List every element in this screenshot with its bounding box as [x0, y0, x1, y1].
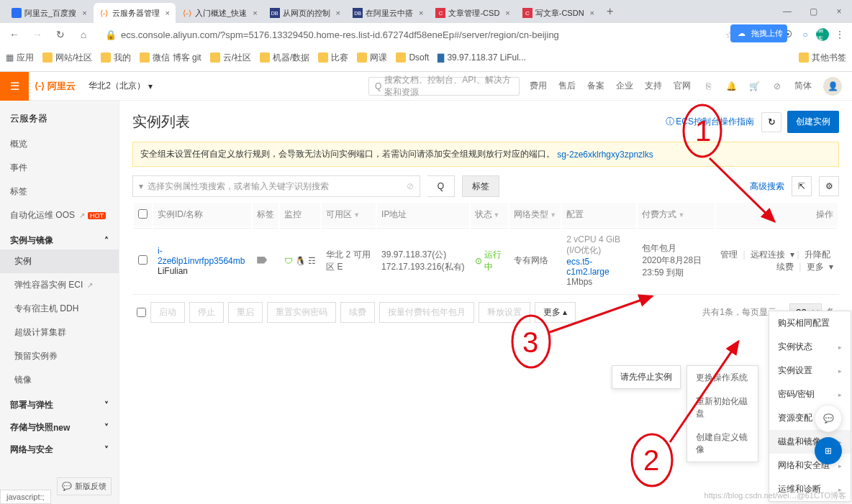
aliyun-logo[interactable]: ⟨-⟩阿里云	[29, 80, 81, 93]
cell-monitor[interactable]: 🛡🐧☶	[280, 228, 320, 293]
bookmark-item[interactable]: Dsoft	[396, 52, 429, 63]
instance-type-link[interactable]: ecs.t5-c1m2.large	[566, 257, 609, 277]
bookmark-item[interactable]: 网站/社区	[42, 52, 92, 64]
action-remote-connect[interactable]: 远程连接	[751, 249, 785, 261]
batch-select-checkbox[interactable]	[137, 308, 146, 317]
browser-tab[interactable]: C 写文章-CSDN ×	[517, 3, 600, 23]
nav-section-deploy[interactable]: 部署与弹性˅	[0, 392, 119, 414]
batch-more[interactable]: 更多 ▴	[535, 302, 576, 323]
feedback-button[interactable]: 💬新版反馈	[57, 477, 112, 495]
row-checkbox-cell[interactable]	[134, 228, 152, 293]
float-chat-button[interactable]: 💬	[815, 405, 842, 432]
language-selector[interactable]: 简体	[794, 80, 812, 92]
bookmark-other[interactable]: 其他书签	[799, 52, 846, 64]
nav-overview[interactable]: 概览	[0, 132, 119, 156]
nav-reserved[interactable]: 预留实例券	[0, 344, 119, 368]
action-renew[interactable]: 续费	[776, 261, 794, 273]
search-button[interactable]: Q	[427, 175, 455, 197]
col-zone[interactable]: 可用区▼	[322, 203, 376, 226]
link-enterprise[interactable]: 企业	[616, 80, 633, 92]
link-website[interactable]: 官网	[674, 80, 691, 92]
nav-section-storage[interactable]: 存储与快照new˅	[0, 414, 119, 436]
bookmarks-apps[interactable]: ▦应用	[6, 52, 34, 64]
help-icon[interactable]: ⊘	[771, 81, 783, 92]
dd-pwd-key[interactable]: 密码/密钥▸	[769, 382, 851, 406]
close-icon[interactable]: ×	[82, 9, 86, 17]
bookmark-item[interactable]: 云/社区	[210, 52, 251, 64]
row-checkbox[interactable]	[138, 255, 148, 265]
browser-tab[interactable]: C 文章管理-CSD ×	[430, 3, 515, 23]
new-tab-button[interactable]: +	[601, 5, 619, 18]
nav-section-network[interactable]: 网络与安全˅	[0, 436, 119, 459]
region-selector[interactable]: 华北2（北京）▾	[81, 80, 160, 92]
refresh-button[interactable]: ↻	[52, 29, 69, 40]
browser-tab[interactable]: DB 从网页的控制 ×	[264, 3, 346, 23]
home-button[interactable]: ⌂	[75, 29, 92, 40]
nav-section-instances[interactable]: 实例与镜像˄	[0, 227, 119, 249]
advanced-search-link[interactable]: 高级搜索	[750, 180, 784, 193]
dd-buy-same[interactable]: 购买相同配置	[769, 311, 851, 335]
forward-button[interactable]: →	[29, 29, 46, 40]
refresh-button[interactable]: ↻	[761, 112, 781, 132]
link-icp[interactable]: 备案	[587, 80, 604, 92]
upload-badge[interactable]: ☁ 拖拽上传	[730, 24, 787, 42]
close-icon[interactable]: ×	[419, 9, 423, 17]
bookmark-item[interactable]: 比赛	[318, 52, 348, 64]
select-all-checkbox[interactable]	[138, 209, 148, 219]
create-instance-button[interactable]: 创建实例	[787, 111, 839, 133]
checkbox-col[interactable]	[134, 203, 152, 226]
notification-icon[interactable]: 🔔	[725, 81, 737, 92]
col-net[interactable]: 网络类型▼	[509, 203, 561, 226]
nav-ddh[interactable]: 专有宿主机 DDH	[0, 297, 119, 321]
window-maximize-icon[interactable]: ▢	[800, 1, 826, 22]
nav-tags[interactable]: 标签	[0, 180, 119, 203]
operation-guide-link[interactable]: ⓘECS控制台操作指南	[666, 116, 754, 128]
ext-icon[interactable]: ○	[799, 28, 812, 41]
dd-create-image[interactable]: 创建自定义镜像	[687, 426, 758, 462]
nav-instances[interactable]: 实例	[0, 249, 119, 273]
batch-renew[interactable]: 续费	[340, 302, 375, 323]
batch-restart[interactable]: 重启	[228, 302, 263, 323]
nav-eci[interactable]: 弹性容器实例 ECI↗	[0, 273, 119, 297]
close-icon[interactable]: ×	[505, 9, 509, 17]
cell-tags[interactable]	[253, 228, 278, 293]
cart-icon[interactable]: 🛒	[748, 81, 760, 92]
batch-start[interactable]: 启动	[150, 302, 185, 323]
col-billing[interactable]: 付费方式▼	[638, 203, 715, 226]
window-minimize-icon[interactable]: —	[774, 1, 800, 22]
close-icon[interactable]: ×	[336, 9, 340, 17]
nav-events[interactable]: 事件	[0, 156, 119, 180]
user-avatar[interactable]: 福连	[816, 28, 829, 41]
batch-reset-pwd[interactable]: 重置实例密码	[267, 302, 336, 323]
link-help[interactable]: 支持	[645, 80, 662, 92]
float-apps-button[interactable]: ⊞	[815, 437, 842, 464]
col-status[interactable]: 状态▼	[471, 203, 509, 226]
instance-id-link[interactable]: i-2ze6lp1invrfpp3564mb	[158, 246, 247, 266]
batch-convert[interactable]: 按量付费转包年包月	[379, 302, 474, 323]
nav-images[interactable]: 镜像	[0, 368, 119, 392]
dd-reinit-disk[interactable]: 重新初始化磁盘	[687, 390, 758, 426]
settings-button[interactable]: ⚙	[819, 176, 839, 196]
header-search-input[interactable]: Q 搜索文档、控制台、API、解决方案和资源	[368, 77, 520, 96]
bookmark-item[interactable]: 网课	[357, 52, 387, 64]
bookmark-item[interactable]: 机器/数据	[260, 52, 309, 64]
bookmark-item[interactable]: ▇39.97.118.37 LiFul...	[438, 52, 525, 63]
browser-tab[interactable]: 阿里云_百度搜 ×	[6, 3, 93, 23]
url-input[interactable]: 🔒 ecs.console.aliyun.com/?spm=5176.13329…	[98, 27, 741, 43]
user-avatar[interactable]: 👤	[823, 77, 842, 96]
browser-tab[interactable]: ⟨-⟩ 入门概述_快速 ×	[176, 3, 263, 23]
security-group-link[interactable]: sg-2ze6xklrhgxy3zpnzlks	[557, 150, 653, 160]
search-input[interactable]: ▾选择实例属性项搜索，或者输入关键字识别搜索⊘	[132, 175, 420, 197]
bookmark-item[interactable]: 微信 博客 git	[140, 52, 201, 64]
link-fees[interactable]: 费用	[530, 80, 547, 92]
monitor-icon[interactable]: ☶	[308, 256, 316, 266]
batch-release[interactable]: 释放设置	[479, 302, 530, 323]
close-icon[interactable]: ×	[253, 9, 257, 17]
dd-change-os[interactable]: 更换操作系统	[687, 366, 758, 390]
close-icon[interactable]: ×	[590, 9, 594, 17]
bookmark-item[interactable]: 我的	[101, 52, 131, 64]
dd-inst-status[interactable]: 实例状态▸	[769, 335, 851, 359]
action-resize[interactable]: 升降配	[805, 249, 830, 261]
action-manage[interactable]: 管理	[720, 249, 738, 261]
browser-tab-active[interactable]: ⟨-⟩ 云服务器管理 ×	[94, 3, 176, 23]
